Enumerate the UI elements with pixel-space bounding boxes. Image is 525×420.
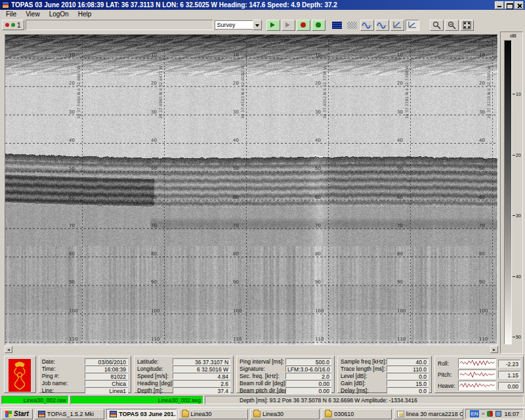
echogram-view-button[interactable]	[330, 20, 344, 31]
raw-view-button[interactable]	[345, 20, 359, 31]
field-label: Beam roll dir [deg]:	[240, 380, 285, 387]
panel-row: Ping #:81022	[42, 373, 128, 379]
raw-file-badge: Linea30_002.raw	[1, 396, 69, 404]
chevron-down-icon[interactable]	[253, 20, 262, 30]
colorbar-gradient	[504, 40, 512, 345]
panel-row: Latitude:36 37.3107 N	[137, 358, 230, 365]
graph-button[interactable]	[390, 20, 404, 31]
field-label: Ping #:	[42, 373, 85, 379]
panel-row: Signature:LFM:3.0-6.0/16.0	[240, 366, 331, 372]
echogram-canvas[interactable]	[5, 35, 497, 345]
navy-crest	[4, 356, 36, 393]
menu-bar: FileViewLogOnHelp	[0, 10, 525, 18]
field-label: Delay [ms]:	[341, 387, 387, 394]
taskbar-button[interactable]: TOPAS_1.5.2 Mki	[35, 409, 104, 419]
folder-icon	[182, 411, 189, 417]
field-value: 0.0	[387, 373, 429, 379]
title-bar[interactable]: TOPAS 03 June 2010 16:08:39 LAT: 36 37.3…	[0, 0, 525, 10]
motion-value: 1.15	[498, 371, 520, 379]
folder-icon	[253, 411, 261, 417]
field-value: 2.0	[285, 373, 331, 379]
taskbar-button-label: Linea30	[191, 411, 212, 417]
motion-waveform	[458, 358, 496, 368]
field-label: Time:	[42, 366, 85, 372]
field-label: Speed [m/s]:	[137, 373, 173, 379]
field-label: Date:	[42, 358, 85, 365]
status-bar: Linea30_002.raw Linea30_002.seg Depth [m…	[0, 395, 525, 405]
field-value: Linea1	[85, 387, 128, 394]
field-label: Trace length [ms]:	[341, 366, 387, 372]
language-indicator[interactable]: EN	[470, 410, 479, 417]
field-value: 15.0	[387, 380, 429, 387]
panel-row: Gain [dB]:15.0	[341, 380, 429, 387]
graph2-button[interactable]	[406, 20, 419, 31]
record-button[interactable]	[297, 20, 310, 31]
panel-row: Delay [ms]:0.0	[341, 387, 429, 394]
motion-waveform	[458, 381, 496, 390]
taskbar-button-label: 030610	[334, 411, 354, 417]
taskbar-button-label: TOPAS_1.5.2 Mki	[47, 411, 94, 417]
field-value: LFM:3.0-6.0/16.0	[285, 366, 331, 372]
field-value: 37.4	[173, 387, 230, 394]
field-label: Sec. freq. [kHz]:	[240, 373, 285, 379]
axes2-icon	[408, 21, 417, 29]
zoom-out-button[interactable]	[445, 20, 459, 31]
taskbar-button-label: Linea30	[262, 411, 284, 417]
taskbar-button[interactable]: TOPAS 03 June 201...	[106, 409, 176, 419]
transmit-group: Ping interval [ms]:500.0Signature:LFM:3.…	[236, 356, 335, 393]
maximize-icon[interactable]	[505, 1, 514, 9]
topas-icon	[110, 411, 117, 417]
topas-icon	[38, 411, 45, 417]
fit-view-button[interactable]	[460, 20, 474, 31]
taskbar-button[interactable]: 030610	[322, 409, 391, 419]
menu-item-logon[interactable]: LogOn	[45, 10, 74, 18]
field-value: 0.00	[285, 387, 331, 394]
taskbar-button[interactable]: Linea30	[178, 409, 248, 419]
taskbar-button[interactable]: Linea30	[250, 409, 320, 419]
tray-display-icon[interactable]	[495, 411, 501, 417]
trace-view-button[interactable]	[360, 20, 374, 31]
minimize-icon[interactable]	[495, 1, 504, 9]
zoom-in-button[interactable]	[430, 20, 444, 31]
field-label: Job name:	[42, 380, 85, 387]
play-button[interactable]	[266, 20, 280, 31]
echogram-plot[interactable]	[5, 34, 498, 345]
windows-logo-icon	[5, 411, 12, 417]
seg-file-badge: Linea30_002.seg	[70, 396, 203, 404]
taskbar-button-label: linea 30 marca2218 CHA...	[406, 411, 463, 417]
toolbar: 1 Survey	[0, 18, 525, 32]
mode-select[interactable]: Survey	[215, 20, 262, 30]
scroll-left-icon[interactable]: ◄	[5, 346, 12, 353]
field-label: Longitude:	[137, 366, 173, 372]
field-value: 6 32.5016 W	[173, 366, 230, 372]
panel-row: Sec. freq. [kHz]:2.0	[240, 373, 331, 379]
menu-item-help[interactable]: Help	[74, 10, 96, 18]
field-value: 81022	[85, 373, 128, 379]
tray-status-icon[interactable]	[487, 411, 493, 417]
panel-row: Job name:Chica	[42, 380, 128, 387]
tray-chevron-icon[interactable]: «	[482, 411, 484, 417]
tx-green-led-icon	[11, 23, 15, 27]
field-value: 2.6	[173, 380, 230, 387]
panel-row: Date:03/06/2010	[42, 358, 128, 365]
taskbar-button-label: TOPAS 03 June 201...	[119, 411, 176, 417]
close-icon[interactable]	[514, 1, 524, 9]
waveform-icon	[459, 381, 495, 390]
trace-view2-button[interactable]	[375, 20, 389, 31]
log-button[interactable]	[312, 20, 326, 31]
panel-row: Depth [m]:37.4	[137, 387, 230, 394]
scroll-right-icon[interactable]: ►	[490, 346, 498, 353]
menu-item-file[interactable]: File	[1, 10, 21, 18]
play-disabled-button[interactable]	[282, 20, 295, 31]
colorbar-tick: 10	[513, 92, 521, 96]
navigation-group: Latitude:36 37.3107 NLongitude:6 32.5016…	[134, 356, 234, 393]
menu-item-view[interactable]: View	[21, 10, 45, 18]
echogram-scrollbar[interactable]: ◄ ►	[5, 346, 498, 354]
motion-value: -2.23	[498, 360, 520, 368]
field-label: Heading [deg]:	[137, 380, 173, 387]
motion-row: Heave:0.00	[438, 381, 520, 390]
start-button[interactable]: Start	[1, 409, 33, 419]
motion-label: Heave:	[438, 383, 456, 389]
colorbar-tick: 30	[513, 213, 521, 218]
taskbar-button[interactable]: linea 30 marca2218 CHA...	[394, 409, 463, 419]
